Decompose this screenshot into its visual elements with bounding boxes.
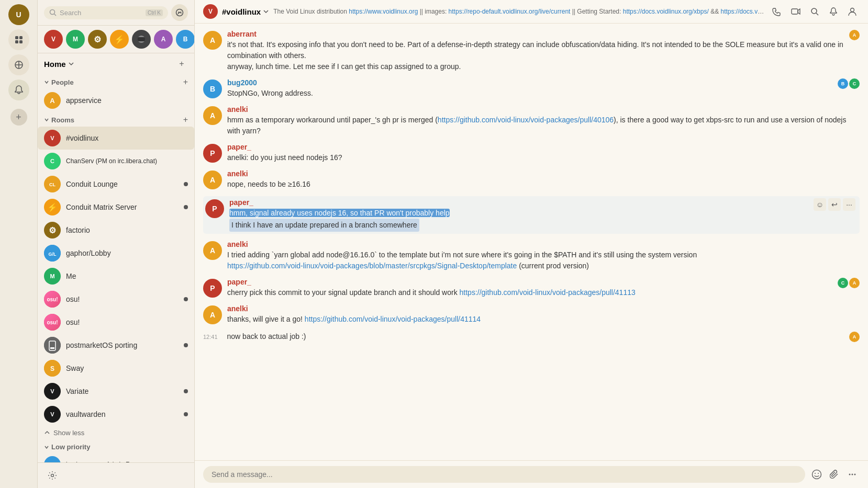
quick-avatar-b[interactable]: B — [176, 30, 194, 49]
quick-avatar-matrix[interactable]: M — [66, 30, 85, 49]
room-avatar-backmeyer: B — [44, 456, 61, 462]
msg-text-paper-h1: hmm, signal already uses nodejs 16, so t… — [229, 208, 858, 219]
topic-link3[interactable]: https://docs.voidlinux.org/xbps/ — [623, 8, 709, 15]
people-toggle[interactable]: People — [44, 78, 74, 86]
low-priority-header[interactable]: Low priority — [38, 440, 194, 453]
avatar-paper-2: P — [205, 199, 224, 218]
notifications-header-icon[interactable] — [826, 4, 841, 19]
chat-header: V #voidlinux The Void Linux distribution… — [195, 0, 868, 24]
quick-avatar-factorio[interactable]: ⚙ — [88, 30, 107, 49]
svg-rect-0 — [15, 36, 18, 39]
room-item-sway[interactable]: S Sway — [38, 357, 194, 380]
topic-link4[interactable]: https://docs.voidlinux.org/config/servic… — [720, 8, 765, 15]
video-icon[interactable] — [788, 4, 803, 19]
room-name-conduit-matrix: Conduit Matrix Server — [66, 203, 179, 211]
sender-paper-1: paper_ — [227, 143, 860, 151]
show-less-button[interactable]: Show less — [38, 426, 194, 440]
msg-text-anelki-4: thanks, will give it a go! https://githu… — [227, 314, 860, 325]
room-item-osu1[interactable]: osu! osu! — [38, 288, 194, 311]
svg-point-26 — [851, 8, 854, 12]
people-item-appservice[interactable]: A appservice — [38, 89, 194, 112]
compose-input[interactable] — [203, 466, 805, 483]
svg-point-31 — [852, 474, 853, 475]
msg-text-anelki-3a: I tried adding `yarn global add node@16.… — [227, 249, 860, 260]
topic-link1[interactable]: https://www.voidlinux.org — [349, 8, 418, 15]
home-label[interactable]: Home — [44, 60, 74, 69]
rooms-nav-button[interactable] — [8, 54, 29, 75]
channel-name[interactable]: #voidlinux — [222, 7, 269, 16]
msg-text-anelki-2: nope, needs to be ≥16.16 — [227, 179, 860, 190]
quick-avatar-voidlinux[interactable]: V — [44, 30, 63, 49]
msg-text-job: now back to actual job :) — [227, 331, 844, 342]
call-icon[interactable] — [770, 4, 784, 19]
room-avatar-gaphor: G/L — [44, 245, 61, 262]
room-item-variate[interactable]: V Variate — [38, 380, 194, 403]
room-item-conduit-lounge[interactable]: CL Conduit Lounge — [38, 173, 194, 196]
home-nav-button[interactable] — [8, 29, 29, 50]
rooms-toggle[interactable]: Rooms — [44, 116, 74, 124]
home-add-button[interactable]: + — [175, 58, 188, 70]
search-input[interactable]: Search Ctrl K — [44, 6, 168, 19]
search-bar: Search Ctrl K — [38, 0, 194, 26]
room-name-conduit-lounge: Conduit Lounge — [66, 180, 179, 188]
more-compose-button[interactable] — [845, 467, 860, 482]
svg-rect-12 — [138, 37, 145, 41]
more-button[interactable]: ··· — [843, 198, 855, 211]
room-item-chanserv[interactable]: C ChanServ (PM on irc.libera.chat) — [38, 150, 194, 173]
room-item-osu2[interactable]: osu! osu! — [38, 311, 194, 334]
quick-avatar-conduit[interactable]: ⚡ — [110, 30, 129, 49]
add-space-button[interactable]: + — [10, 109, 27, 126]
settings-button[interactable] — [44, 467, 61, 484]
receipt-avatar-c: C — [849, 78, 860, 89]
room-item-postmarket[interactable]: postmarketOS porting — [38, 334, 194, 357]
link-signal-template[interactable]: https://github.com/void-linux/void-packa… — [227, 262, 517, 270]
room-item-me[interactable]: M Me — [38, 265, 194, 288]
sender-anelki-2: anelki — [227, 169, 860, 178]
channel-avatar: V — [203, 4, 218, 19]
sender-paper-3: paper_ — [227, 278, 832, 286]
message-aberrant-1: A aberrant it's not that. It's exposing … — [203, 30, 860, 72]
topic-link2[interactable]: https://repo-default.voidlinux.org/live/… — [449, 8, 571, 15]
explore-button[interactable] — [171, 4, 188, 21]
rooms-add-button[interactable]: + — [183, 115, 188, 124]
link-41113[interactable]: https://github.com/void-linux/void-packa… — [460, 288, 636, 297]
reply-button[interactable]: ↩ — [828, 198, 841, 211]
people-add-button[interactable]: + — [183, 77, 188, 87]
svg-point-7 — [50, 10, 55, 15]
avatar-anelki: A — [203, 106, 222, 125]
quick-avatar-bar: V M ⚙ ⚡ A B V — [38, 26, 194, 53]
room-avatar-conduit-lounge: CL — [44, 176, 61, 192]
message-content-bug2000: bug2000 StopNGo, Wrong address. — [227, 78, 832, 99]
room-item-conduit-matrix[interactable]: ⚡ Conduit Matrix Server — [38, 196, 194, 219]
members-icon[interactable] — [845, 4, 860, 19]
room-item-gaphor[interactable]: G/L gaphor/Lobby — [38, 242, 194, 265]
search-header-icon[interactable] — [807, 4, 822, 19]
room-name-osu1: osu! — [66, 295, 179, 303]
quick-avatar-dark[interactable] — [132, 30, 151, 49]
user-avatar[interactable]: U — [8, 4, 29, 25]
attach-button[interactable] — [827, 467, 842, 482]
svg-point-24 — [811, 8, 817, 14]
unread-dot-postmarket — [184, 343, 188, 347]
room-name-gaphor: gaphor/Lobby — [66, 249, 188, 257]
link-40106[interactable]: https://github.com/void-linux/void-packa… — [438, 116, 614, 124]
sender-paper-highlighted: paper_ — [229, 198, 858, 207]
emoji-button[interactable] — [809, 467, 824, 482]
room-item-voidlinux[interactable]: V #voidlinux — [38, 127, 194, 150]
svg-text:S: S — [50, 365, 54, 372]
quick-avatar-a[interactable]: A — [154, 30, 173, 49]
compose-icons — [809, 467, 860, 482]
room-avatar-me: M — [44, 268, 61, 285]
react-button[interactable]: ☺ — [814, 198, 826, 211]
msg-text-paper-3: cherry pick this commit to your signal u… — [227, 287, 832, 298]
room-item-backmeyer[interactable]: B backmeyer.us Admin Room — [38, 453, 194, 462]
link-41114[interactable]: https://github.com/void-linux/void-packa… — [305, 315, 481, 323]
room-name-backmeyer: backmeyer.us Admin Room — [66, 461, 188, 462]
room-item-vaultwarden[interactable]: V vaultwarden — [38, 403, 194, 426]
avatar-anelki-2: A — [203, 171, 222, 189]
sender-anelki-1: anelki — [227, 105, 860, 114]
svg-line-25 — [816, 13, 818, 15]
notifications-nav-button[interactable] — [8, 80, 29, 100]
room-item-factorio[interactable]: ⚙ factorio — [38, 219, 194, 242]
header-actions — [770, 4, 860, 19]
